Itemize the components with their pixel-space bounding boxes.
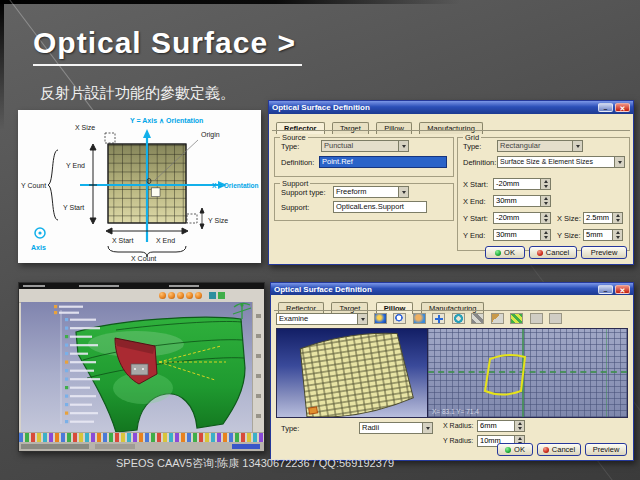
y-count-brace: [48, 150, 58, 220]
x-size-cell: [105, 133, 115, 143]
chevron-down-icon[interactable]: [398, 187, 408, 197]
catia-tool-icon[interactable]: [177, 292, 184, 299]
pillow-3d-panel[interactable]: [277, 329, 427, 417]
source-definition-field[interactable]: Point.Ref: [319, 156, 447, 168]
y-start-value[interactable]: -20mm: [493, 212, 541, 224]
dialog2-title: Optical Surface Definition: [274, 285, 596, 294]
spin-buttons-icon[interactable]: [541, 178, 551, 190]
x-start-label: X Start:: [463, 180, 488, 189]
zoom-icon[interactable]: [393, 313, 406, 324]
ok-dot-icon: [495, 250, 501, 256]
optical-surface-definition-dialog-2: Optical Surface Definition – ✕ Reflector…: [270, 282, 634, 461]
y-start-label: Y Start: [63, 204, 84, 211]
x-size-spinner[interactable]: 2.5mm: [583, 212, 623, 224]
normal-view-icon[interactable]: [471, 313, 484, 324]
spin-buttons-icon[interactable]: [613, 212, 623, 224]
grid-definition-combo[interactable]: Surface Size & Element Sizes: [497, 156, 625, 168]
spin-buttons-icon[interactable]: [515, 420, 525, 432]
catia-tool-icon[interactable]: [159, 292, 166, 299]
dialog1-titlebar[interactable]: Optical Surface Definition – ✕: [269, 101, 633, 114]
chevron-down-icon[interactable]: [614, 157, 624, 167]
catia-tool-icon[interactable]: [195, 292, 202, 299]
spin-buttons-icon[interactable]: [541, 195, 551, 207]
y-end-spinner[interactable]: 30mm: [493, 229, 551, 241]
catia-right-toolbar[interactable]: [252, 302, 264, 433]
source-type-combo[interactable]: Punctual: [321, 140, 409, 152]
spin-buttons-icon[interactable]: [541, 212, 551, 224]
y-start-label: Y Start:: [463, 214, 488, 223]
dialog2-titlebar[interactable]: Optical Surface Definition – ✕: [271, 283, 633, 295]
x-end-spinner[interactable]: 30mm: [493, 195, 551, 207]
chevron-down-icon[interactable]: [422, 423, 432, 433]
catia-bottom-toolbar[interactable]: [19, 432, 264, 442]
pan-icon[interactable]: [432, 313, 445, 324]
catia-tool-icon[interactable]: [218, 292, 225, 299]
ok-button[interactable]: OK: [497, 443, 533, 456]
minimize-icon[interactable]: –: [598, 285, 613, 294]
spin-buttons-icon[interactable]: [613, 229, 623, 241]
dialog1-title: Optical Surface Definition: [272, 103, 596, 112]
x-size-value[interactable]: 2.5mm: [583, 212, 613, 224]
fit-all-icon[interactable]: [374, 313, 387, 324]
x-end-label: X End: [156, 237, 175, 244]
y-start-spinner[interactable]: -20mm: [493, 212, 551, 224]
close-icon[interactable]: ✕: [615, 103, 630, 112]
chevron-down-icon[interactable]: [572, 141, 582, 151]
tab-target[interactable]: Target: [332, 122, 369, 134]
minimize-icon[interactable]: –: [598, 103, 613, 112]
tab-strip-divider: [274, 310, 630, 311]
x-radius-spinner[interactable]: 6mm: [477, 420, 525, 432]
spin-buttons-icon[interactable]: [541, 229, 551, 241]
catia-tool-icon[interactable]: [209, 292, 216, 299]
tab-pillow[interactable]: Pillow: [376, 122, 412, 134]
look-at-icon[interactable]: [491, 313, 504, 324]
grid-type-label: Type:: [463, 142, 481, 151]
rotate-view-icon[interactable]: [413, 313, 426, 324]
chevron-down-icon[interactable]: [398, 141, 408, 151]
pillow-graph-panel[interactable]: X= 83.1 Y= 71.4: [427, 329, 627, 417]
chevron-down-icon[interactable]: [357, 314, 367, 324]
view-mode-combo[interactable]: Examine: [276, 313, 368, 325]
catia-tool-icon[interactable]: [168, 292, 175, 299]
catia-toolbar[interactable]: [19, 289, 264, 303]
preview-label: Preview: [591, 248, 618, 257]
grid-def-label: Definition:: [463, 158, 496, 167]
catia-3d-viewport[interactable]: [21, 302, 253, 433]
y-size-value[interactable]: 5mm: [583, 229, 613, 241]
catia-tool-icon[interactable]: [186, 292, 193, 299]
support-type-combo[interactable]: Freeform: [333, 186, 409, 198]
ok-label: OK: [514, 445, 525, 454]
x-start-value[interactable]: -20mm: [493, 178, 541, 190]
ok-label: OK: [504, 248, 515, 257]
x-radius-value[interactable]: 6mm: [477, 420, 515, 432]
orbit-icon[interactable]: [452, 313, 465, 324]
y-size-spinner[interactable]: 5mm: [583, 229, 623, 241]
catia-status-bar: [19, 442, 264, 451]
close-icon[interactable]: ✕: [615, 285, 630, 294]
preview-button[interactable]: Preview: [581, 246, 627, 259]
cancel-label: Cancel: [552, 445, 575, 454]
axis-symbol-icon: [35, 228, 45, 238]
y-end-value[interactable]: 30mm: [493, 229, 541, 241]
y-size-label: Y Size: [208, 217, 228, 224]
contact-footer: SPEOS CAAV5咨询:陈康 13430672236 / QQ:569192…: [40, 456, 470, 471]
y-size-label: Y Size:: [557, 231, 581, 240]
multi-view-icon[interactable]: [510, 313, 523, 324]
x-end-label: X End:: [463, 197, 486, 206]
y-count-label: Y Count: [21, 182, 46, 189]
cancel-button[interactable]: Cancel: [537, 443, 581, 456]
x-size-label: X Size: [75, 124, 95, 131]
x-end-value[interactable]: 30mm: [493, 195, 541, 207]
x-start-spinner[interactable]: -20mm: [493, 178, 551, 190]
catia-window: [18, 282, 265, 452]
support-group-label: Support: [280, 179, 310, 188]
preview-button[interactable]: Preview: [585, 443, 627, 456]
cancel-button[interactable]: Cancel: [529, 246, 577, 259]
car-quarter-panel[interactable]: [76, 317, 245, 432]
pillow-type-combo[interactable]: Radii: [359, 422, 433, 434]
pillow-preview-viewport[interactable]: X= 83.1 Y= 71.4: [276, 328, 628, 418]
compass-icon[interactable]: [233, 303, 251, 319]
grid-type-combo[interactable]: Rectangular: [497, 140, 583, 152]
support-field[interactable]: OpticalLens.Support: [333, 201, 427, 213]
ok-button[interactable]: OK: [485, 246, 525, 259]
